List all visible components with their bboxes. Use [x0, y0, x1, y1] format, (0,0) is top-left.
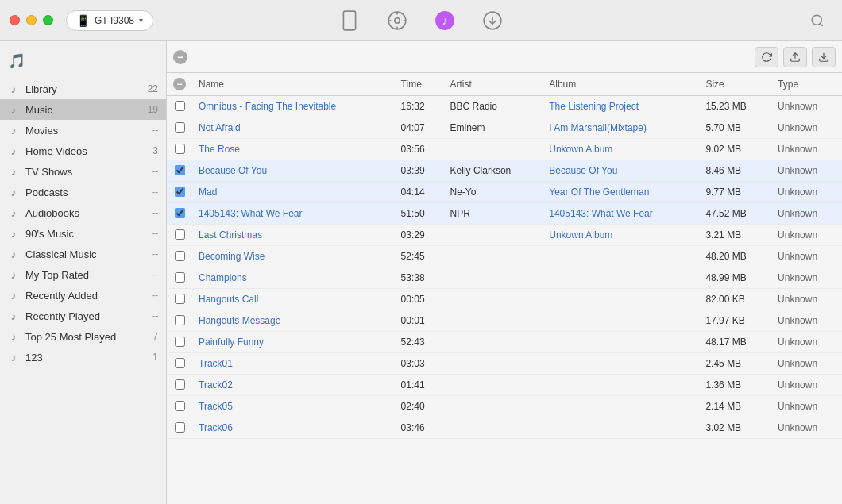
row-checkbox-10[interactable]: [167, 310, 192, 330]
checkbox-input-1[interactable]: [175, 122, 185, 133]
row-album-2[interactable]: Unkown Album: [543, 139, 699, 160]
checkbox-input-6[interactable]: [175, 229, 185, 240]
row-name-14[interactable]: Track05: [192, 396, 395, 417]
row-name-7[interactable]: Becoming Wise: [192, 246, 395, 267]
row-checkbox-12[interactable]: [167, 353, 192, 373]
row-checkbox-11[interactable]: [167, 332, 192, 352]
deselect-button[interactable]: −: [173, 50, 187, 64]
sidebar-item-music[interactable]: ♪ Music 19: [0, 99, 166, 120]
checkbox-input-2[interactable]: [175, 144, 185, 154]
row-album-3[interactable]: Because Of You: [543, 160, 699, 182]
row-name-6[interactable]: Last Christmas: [192, 225, 395, 246]
row-checkbox-13[interactable]: [167, 375, 192, 394]
row-checkbox-5[interactable]: [167, 203, 192, 223]
sidebar-item-123[interactable]: ♪ 123 1: [0, 347, 166, 367]
row-album-4[interactable]: Year Of The Gentleman: [543, 182, 699, 203]
row-album-0[interactable]: The Listening Project: [543, 96, 699, 117]
row-time-5: 51:50: [395, 203, 444, 225]
row-checkbox-3[interactable]: [167, 160, 192, 180]
row-checkbox-14[interactable]: [167, 396, 192, 416]
row-name-15[interactable]: Track06: [192, 417, 395, 439]
sidebar-item-top-25-most-played[interactable]: ♪ Top 25 Most Played 7: [0, 326, 166, 347]
row-name-1[interactable]: Not Afraid: [192, 117, 395, 139]
phone-toolbar-icon[interactable]: [337, 8, 362, 33]
device-icon: 📱: [76, 14, 90, 27]
row-name-3[interactable]: Because Of You: [192, 160, 395, 182]
sidebar-item-movies[interactable]: ♪ Movies --: [0, 120, 166, 140]
row-album-1[interactable]: I Am Marshall(Mixtape): [543, 117, 699, 139]
tracks-table: − Name Time Artist Album Size Type Omnib…: [167, 73, 842, 439]
main-content: 🎵 ♪ Library 22 ♪ Music 19 ♪ Movies -- ♪ …: [0, 41, 842, 504]
checkbox-input-3[interactable]: [175, 165, 185, 175]
col-header-size[interactable]: Size: [699, 73, 771, 96]
sidebar-item-podcasts[interactable]: ♪ Podcasts --: [0, 182, 166, 202]
checkbox-input-8[interactable]: [175, 272, 185, 283]
checkbox-input-13[interactable]: [175, 379, 185, 390]
row-name-8[interactable]: Champions: [192, 267, 395, 289]
row-checkbox-1[interactable]: [167, 117, 192, 137]
row-album-5[interactable]: 1405143: What We Fear: [543, 203, 699, 225]
sidebar-item-classical-music[interactable]: ♪ Classical Music --: [0, 244, 166, 264]
col-header-name[interactable]: Name: [192, 73, 395, 96]
checkbox-input-12[interactable]: [175, 358, 185, 368]
col-header-checkbox[interactable]: −: [167, 73, 192, 96]
row-checkbox-6[interactable]: [167, 225, 192, 244]
sidebar-item-library[interactable]: ♪ Library 22: [0, 79, 166, 99]
download-toolbar-icon[interactable]: [480, 8, 505, 33]
sidebar-item-recently-added[interactable]: ♪ Recently Added --: [0, 285, 166, 306]
sidebar-item-90s-music[interactable]: ♪ 90's Music --: [0, 223, 166, 244]
row-checkbox-8[interactable]: [167, 267, 192, 287]
sidebar-item-tv-shows[interactable]: ♪ TV Shows --: [0, 161, 166, 182]
row-checkbox-4[interactable]: [167, 182, 192, 202]
row-name-10[interactable]: Hangouts Message: [192, 310, 395, 332]
row-name-4[interactable]: Mad: [192, 182, 395, 203]
row-name-5[interactable]: 1405143: What We Fear: [192, 203, 395, 225]
row-time-10: 00:01: [395, 310, 444, 332]
row-name-13[interactable]: Track02: [192, 375, 395, 396]
row-checkbox-7[interactable]: [167, 246, 192, 266]
row-checkbox-0[interactable]: [167, 96, 192, 116]
sidebar-item-audiobooks[interactable]: ♪ Audiobooks --: [0, 202, 166, 223]
col-header-artist[interactable]: Artist: [444, 73, 543, 96]
sidebar-item-label-my-top-rated: My Top Rated: [25, 269, 147, 281]
row-name-2[interactable]: The Rose: [192, 139, 395, 160]
sidebar-item-home-videos[interactable]: ♪ Home Videos 3: [0, 140, 166, 161]
row-name-9[interactable]: Hangouts Call: [192, 289, 395, 310]
search-button[interactable]: [805, 9, 829, 33]
col-header-type[interactable]: Type: [771, 73, 842, 96]
checkbox-input-5[interactable]: [175, 208, 185, 218]
sidebar-item-count-my-top-rated: --: [152, 269, 158, 280]
col-header-time[interactable]: Time: [395, 73, 444, 96]
media-toolbar-icon[interactable]: [384, 8, 410, 33]
device-selector[interactable]: 📱 GT-I9308 ▾: [66, 10, 153, 31]
row-size-2: 9.02 MB: [699, 139, 771, 160]
sidebar-item-my-top-rated[interactable]: ♪ My Top Rated --: [0, 264, 166, 285]
export-button[interactable]: [783, 47, 807, 67]
row-name-11[interactable]: Painfully Funny: [192, 332, 395, 353]
import-button[interactable]: [812, 47, 836, 67]
checkbox-input-14[interactable]: [175, 401, 185, 411]
checkbox-input-7[interactable]: [175, 251, 185, 261]
checkbox-input-0[interactable]: [175, 101, 185, 111]
checkbox-input-4[interactable]: [175, 187, 185, 197]
checkbox-input-15[interactable]: [175, 422, 185, 433]
sidebar-item-recently-played[interactable]: ♪ Recently Played --: [0, 306, 166, 326]
refresh-button[interactable]: [755, 47, 778, 67]
close-button[interactable]: [10, 15, 20, 25]
checkbox-input-11[interactable]: [175, 337, 185, 347]
music-toolbar-icon[interactable]: ♪: [432, 8, 458, 33]
row-artist-2: [444, 139, 543, 160]
row-album-6[interactable]: Unkown Album: [543, 225, 699, 246]
sidebar-item-icon-recently-added: ♪: [6, 289, 21, 302]
row-checkbox-2[interactable]: [167, 139, 192, 159]
minimize-button[interactable]: [26, 15, 37, 25]
row-name-12[interactable]: Track01: [192, 353, 395, 375]
col-header-album[interactable]: Album: [543, 73, 699, 96]
row-checkbox-9[interactable]: [167, 289, 192, 309]
maximize-button[interactable]: [43, 15, 53, 25]
row-name-0[interactable]: Omnibus - Facing The Inevitable: [192, 96, 395, 117]
table-row: Not Afraid 04:07 Eminem I Am Marshall(Mi…: [167, 117, 842, 139]
row-checkbox-15[interactable]: [167, 417, 192, 437]
checkbox-input-9[interactable]: [175, 294, 185, 304]
checkbox-input-10[interactable]: [175, 315, 185, 325]
